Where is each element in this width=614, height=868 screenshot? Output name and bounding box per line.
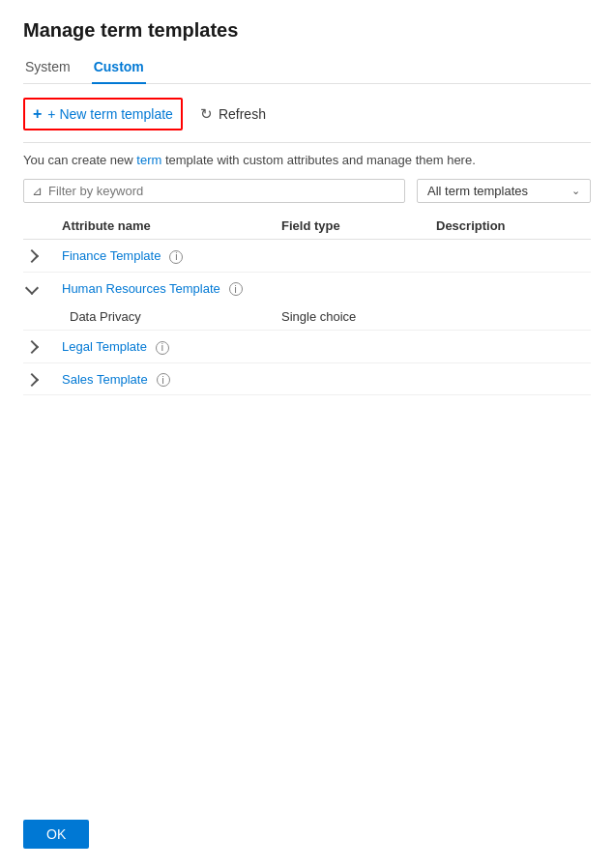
all-term-templates-dropdown[interactable]: All term templates ⌄ [417,179,591,203]
tab-custom[interactable]: Custom [92,53,146,84]
table-row: Finance Template i [23,240,591,273]
ok-button-area: OK [23,820,89,849]
expand-hr[interactable] [23,283,62,293]
chevron-right-icon [25,340,39,354]
chevron-right-icon [25,249,39,263]
new-term-template-label: + New term template [47,106,173,122]
table-row: Legal Template i [23,331,591,363]
dropdown-label: All term templates [427,184,528,198]
legal-template-name[interactable]: Legal Template i [62,338,281,355]
table-row: Sales Template i [23,363,591,396]
info-icon: i [157,373,170,387]
info-icon: i [156,341,169,355]
filter-input[interactable] [48,184,396,198]
chevron-right-icon [25,373,39,387]
finance-template-name[interactable]: Finance Template i [62,247,281,264]
table-header: Attribute name Field type Description [23,213,591,240]
info-text: You can create new term template with cu… [23,153,591,167]
hr-template-name[interactable]: Human Resources Template i [62,280,281,297]
refresh-label: Refresh [219,106,266,122]
sales-template-name[interactable]: Sales Template i [62,371,281,388]
data-privacy-attr: Data Privacy [62,309,281,324]
table-row: Data Privacy Single choice [23,304,591,331]
chevron-down-icon [25,281,39,295]
table-row: Human Resources Template i [23,273,591,304]
ok-button[interactable]: OK [23,820,89,849]
term-link[interactable]: term [136,153,161,167]
toolbar-divider [23,142,591,143]
info-icon: i [169,250,183,264]
data-privacy-field-type: Single choice [281,309,436,324]
col-expand [23,218,62,233]
new-term-template-button[interactable]: + + New term template [31,101,175,127]
filter-input-wrap: ⊿ [23,179,405,203]
refresh-button[interactable]: ↻ Refresh [198,101,268,127]
col-attribute-name: Attribute name [62,218,281,233]
col-field-type: Field type [281,218,436,233]
expand-sales[interactable] [23,373,62,385]
refresh-icon: ↻ [200,105,213,123]
expand-legal[interactable] [23,340,62,352]
col-description: Description [436,218,591,233]
term-templates-table: Attribute name Field type Description Fi… [23,213,591,395]
chevron-down-icon: ⌄ [571,185,580,197]
tabs: System Custom [23,53,591,84]
filter-row: ⊿ All term templates ⌄ [23,179,591,203]
filter-icon: ⊿ [32,184,43,198]
plus-icon: + [33,105,42,123]
page-title: Manage term templates [23,19,591,42]
expand-finance[interactable] [23,249,62,261]
info-icon: i [229,282,243,296]
tab-system[interactable]: System [23,53,73,84]
